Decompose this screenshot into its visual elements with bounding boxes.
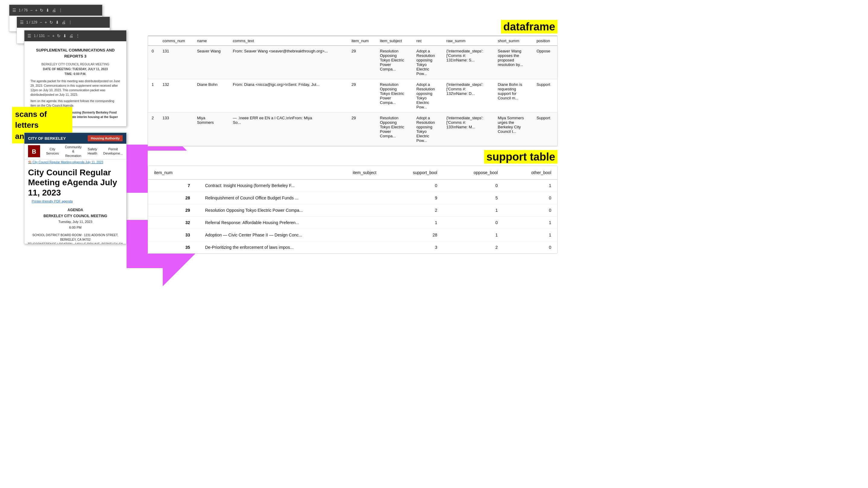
nav-city-services[interactable]: CityServices [46, 147, 59, 156]
nav-community[interactable]: Community &Recreation [65, 145, 82, 158]
table-row: 0131Seaver WangFrom: Seaver Wang <seaver… [148, 46, 557, 79]
meeting-date: Tuesday, July 11, 2023 [28, 219, 123, 225]
zoom-out-icon[interactable]: − [40, 20, 42, 25]
list-item: 32Referral Response: Affordable Housing … [148, 217, 557, 229]
table-row: 2133Miya Sommers— .\neee ERR ee EN a I C… [148, 113, 557, 146]
zoom-in-icon[interactable]: + [44, 20, 47, 25]
pdf-toolbar-3[interactable]: ☰ 1 / 131 − + ↻ ⬇ 🖨 ⋮ [24, 30, 126, 41]
agenda-block: AGENDA BERKELEY CITY COUNCIL MEETING Tue… [24, 204, 126, 233]
list-item: 35De-Prioritizing the enforcement of law… [148, 241, 557, 254]
list-item: 29Resolution Opposing Tokyo Electric Pow… [148, 204, 557, 217]
agenda-title: AGENDA [28, 207, 123, 213]
pdf-link[interactable]: Printer-friendly PDF agenda [28, 199, 76, 203]
rotate-icon[interactable]: ↻ [40, 8, 43, 13]
zoom-out-icon[interactable]: − [30, 8, 33, 13]
page-info-2: 1 / 129 [26, 20, 37, 24]
st-col-other: other_bool [504, 166, 557, 180]
st-col-item-subject: item_subject [199, 166, 382, 180]
rotate-icon[interactable]: ↻ [50, 20, 53, 25]
zoom-in-icon[interactable]: + [52, 33, 55, 38]
more-icon[interactable]: ⋮ [59, 8, 63, 13]
df-col-comms-num: comms_num [159, 36, 193, 46]
housing-authority-badge: Housing Authority [88, 135, 123, 141]
dataframe-section: dataframe comms_num name comms_text item… [148, 21, 558, 147]
download-icon[interactable]: ⬇ [63, 33, 67, 38]
pdf-title: SUPPLEMENTAL COMMUNICATIONS AND REPORTS … [30, 47, 120, 59]
df-col-item-num: item_num [348, 36, 376, 46]
print-icon[interactable]: 🖨 [61, 20, 66, 25]
support-table: item_num item_subject support_bool oppos… [148, 166, 557, 253]
menu-icon: ☰ [12, 8, 16, 13]
st-index-header: item_num [148, 166, 199, 180]
location-2: TELECONFERENCE LOCATION · 1404 LE ROY AV… [24, 242, 126, 244]
download-icon[interactable]: ⬇ [56, 20, 59, 25]
df-col-name: name [193, 36, 229, 46]
st-col-oppose: oppose_bool [443, 166, 504, 180]
page-info-3: 1 / 131 [34, 34, 45, 38]
nav-safety[interactable]: SafetyHealth [88, 147, 97, 156]
print-icon[interactable]: 🖨 [69, 33, 73, 38]
pdf-subtitle: BERKELEY CITY COUNCIL REGULAR MEETING DA… [30, 62, 120, 76]
website-nav: B CityServices Community &Recreation Saf… [24, 144, 126, 159]
meeting-time: 6:00 PM [28, 225, 123, 230]
df-col-idx [148, 36, 159, 46]
more-icon[interactable]: ⋮ [76, 33, 80, 38]
list-item: 33Adoption — Civic Center Phase II — Des… [148, 229, 557, 241]
df-col-rec: rec [413, 36, 443, 46]
pdf-toolbar-2[interactable]: ☰ 1 / 129 − + ↻ ⬇ 🖨 ⋮ [17, 17, 110, 28]
menu-icon: ☰ [27, 33, 31, 38]
locations: SCHOOL DISTRICT BOARD ROOM · 1231 ADDISO… [24, 233, 126, 244]
location-1: SCHOOL DISTRICT BOARD ROOM · 1231 ADDISO… [24, 233, 126, 242]
zoom-out-icon[interactable]: − [47, 33, 50, 38]
st-col-support: support_bool [382, 166, 443, 180]
zoom-in-icon[interactable]: + [35, 8, 37, 13]
breadcrumb[interactable]: 🏠 City Council Regular Meeting eAgenda J… [24, 159, 126, 165]
svg-text:B: B [32, 148, 36, 155]
df-col-position: position [533, 36, 557, 46]
main-page-title: City Council Regular Meeting eAgenda Jul… [24, 165, 126, 199]
pdf-toolbar-1[interactable]: ☰ 1 / 76 − + ↻ ⬇ 🖨 ⋮ [9, 5, 102, 16]
list-item: 28Relinquishment of Council Office Budge… [148, 192, 557, 204]
city-name: CITY OF BERKELEY [28, 136, 66, 141]
dataframe-label: dataframe [148, 21, 558, 33]
support-label: support table [148, 151, 558, 163]
list-item: 7Contract: Insight Housing (formerly Ber… [148, 180, 557, 192]
support-table-wrap: item_num item_subject support_bool oppos… [148, 166, 558, 254]
city-logo: B [28, 145, 40, 157]
download-icon[interactable]: ⬇ [46, 8, 50, 13]
council-title: BERKELEY CITY COUNCIL MEETING [28, 213, 123, 219]
support-section: support table item_num item_subject supp… [148, 151, 558, 254]
more-icon[interactable]: ⋮ [68, 20, 72, 25]
table-row: 1132Diane BohnFrom: Diana <nicca@igc.org… [148, 79, 557, 113]
website-panel: CITY OF BERKELEY Housing Authority B Cit… [24, 133, 127, 244]
website-header: CITY OF BERKELEY Housing Authority [24, 133, 126, 144]
nav-permit[interactable]: PermitDevelopme... [103, 147, 123, 156]
menu-icon: ☰ [20, 20, 24, 25]
df-col-raw-summ: raw_summ [443, 36, 494, 46]
dataframe-table: comms_num name comms_text item_num item_… [148, 36, 557, 146]
df-col-comms-text: comms_text [229, 36, 348, 46]
rotate-icon[interactable]: ↻ [57, 33, 61, 38]
df-col-short-summ: short_summ [494, 36, 533, 46]
page-info-1: 1 / 76 [19, 8, 28, 12]
print-icon[interactable]: 🖨 [52, 8, 56, 13]
df-col-item-subject: item_subject [376, 36, 413, 46]
breadcrumb-text: City Council Regular Meeting eAgenda Jul… [33, 161, 103, 164]
